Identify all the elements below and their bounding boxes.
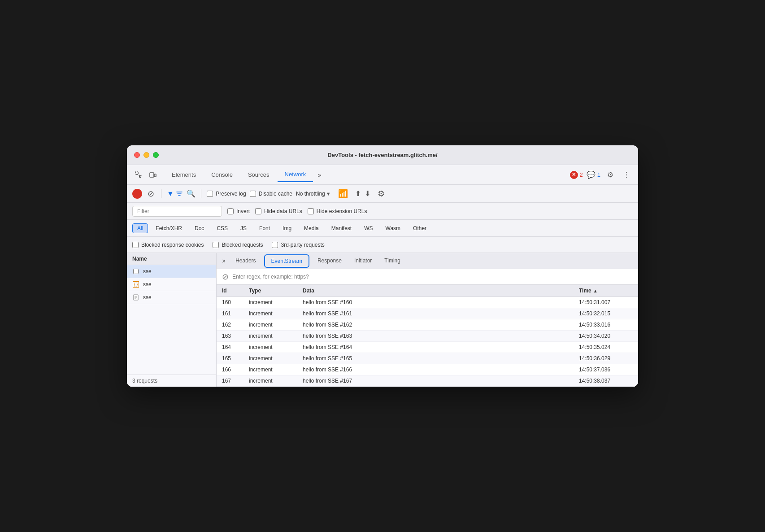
close-button[interactable] [134,152,140,158]
event-table: Id Type Data Time ▲ 160 increment hello … [217,285,638,387]
tab-network[interactable]: Network [278,167,313,182]
event-row-0[interactable]: 160 increment hello from SSE #160 14:50:… [217,297,638,308]
tab-elements[interactable]: Elements [165,168,203,182]
cell-type-2: increment [249,322,303,328]
type-filter-js[interactable]: JS [235,223,252,233]
error-circle-icon: ✕ [570,171,578,179]
event-row-3[interactable]: 163 increment hello from SSE #163 14:50:… [217,331,638,342]
event-row-6[interactable]: 166 increment hello from SSE #166 14:50:… [217,364,638,375]
minimize-button[interactable] [143,152,149,158]
blocked-cookies-checkbox[interactable]: Blocked response cookies [132,242,204,248]
filter-icon[interactable]: ▼ [167,190,183,198]
tab-response[interactable]: Response [311,255,348,267]
event-row-2[interactable]: 162 increment hello from SSE #162 14:50:… [217,319,638,331]
request-item-2[interactable]: sse [127,291,216,304]
close-detail-button[interactable]: × [222,257,226,265]
disable-cache-input[interactable] [250,191,256,197]
tab-headers[interactable]: Headers [229,255,262,267]
event-row-4[interactable]: 164 increment hello from SSE #164 14:50:… [217,342,638,353]
request-name-0: sse [143,268,152,275]
ban-icon: ⊘ [222,272,229,282]
type-filter-doc[interactable]: Doc [190,223,209,233]
preserve-log-input[interactable] [207,191,213,197]
type-filter-font[interactable]: Font [254,223,275,233]
type-filter-img[interactable]: Img [278,223,296,233]
cell-time-0: 14:50:31.007 [579,299,633,305]
cell-id-2: 162 [222,322,249,328]
type-filter-wasm[interactable]: Wasm [381,223,406,233]
request-name-2: sse [143,294,152,301]
network-toolbar: ⊘ ▼ 🔍 Preserve log Disable cache No thro… [127,185,638,203]
event-row-5[interactable]: 165 increment hello from SSE #165 14:50:… [217,353,638,364]
filter-input[interactable] [132,206,222,217]
cell-id-6: 166 [222,366,249,373]
request-area: Name sse { } sse [127,253,638,387]
cell-data-3: hello from SSE #163 [303,333,579,339]
tab-sources[interactable]: Sources [241,168,277,182]
type-filter-ws[interactable]: WS [359,223,378,233]
hide-data-urls-input[interactable] [255,208,261,214]
sort-arrow-icon[interactable]: ▲ [593,288,598,293]
hide-extension-urls-input[interactable] [308,208,314,214]
record-button[interactable] [132,189,142,199]
type-filter-media[interactable]: Media [299,223,324,233]
detail-pane: × Headers EventStream Response Initiator… [217,253,638,387]
regex-input[interactable] [232,274,633,280]
request-list-header: Name [127,253,216,265]
cell-time-3: 14:50:34.020 [579,333,633,339]
doc-icon [132,294,139,301]
search-icon[interactable]: 🔍 [187,189,196,198]
type-filter-manifest[interactable]: Manifest [326,223,356,233]
clear-button[interactable]: ⊘ [146,189,156,199]
cell-time-7: 14:50:38.037 [579,378,633,384]
message-icon: 💬 [587,170,595,179]
type-filter-other[interactable]: Other [408,223,431,233]
hide-extension-urls-checkbox[interactable]: Hide extension URLs [308,208,367,214]
event-row-1[interactable]: 161 increment hello from SSE #161 14:50:… [217,308,638,319]
tab-eventstream[interactable]: EventStream [264,254,309,268]
hide-data-urls-checkbox[interactable]: Hide data URLs [255,208,302,214]
wifi-icon: 📶 [338,189,348,199]
throttle-label: No throttling [296,191,325,197]
type-filter-all[interactable]: All [132,223,148,233]
cell-data-7: hello from SSE #167 [303,378,579,384]
invert-checkbox[interactable]: Invert [227,208,250,214]
divider2 [201,189,201,198]
detail-tabs: × Headers EventStream Response Initiator… [217,253,638,269]
cell-data-2: hello from SSE #162 [303,322,579,328]
error-badge[interactable]: ✕ 2 [570,171,583,179]
third-party-input[interactable] [272,242,278,248]
third-party-checkbox[interactable]: 3rd-party requests [272,242,324,248]
cell-id-5: 165 [222,355,249,362]
type-filter-css[interactable]: CSS [212,223,233,233]
blocked-requests-input[interactable] [213,242,219,248]
preserve-log-checkbox[interactable]: Preserve log [207,191,246,197]
maximize-button[interactable] [153,152,159,158]
request-item-1[interactable]: { } sse [127,278,216,291]
tab-initiator[interactable]: Initiator [348,255,378,267]
request-checkbox-0[interactable] [133,269,139,274]
cell-type-3: increment [249,333,303,339]
message-badge[interactable]: 💬 1 [587,170,600,179]
device-toolbar-icon[interactable] [147,169,159,181]
type-filter-fetch-xhr[interactable]: Fetch/XHR [151,223,187,233]
more-options-icon[interactable]: ⋮ [620,169,633,181]
throttle-selector[interactable]: No throttling ▼ [296,191,331,197]
request-item-0[interactable]: sse [127,265,216,278]
blocked-cookies-input[interactable] [132,242,139,248]
upload-icon[interactable]: ⬆ [355,189,361,198]
invert-input[interactable] [227,208,234,214]
blocked-requests-label: Blocked requests [222,242,263,248]
disable-cache-checkbox[interactable]: Disable cache [250,191,292,197]
tab-console[interactable]: Console [204,168,240,182]
settings-gear-icon[interactable]: ⚙ [604,169,617,181]
orange-bracket-icon: { } [133,281,139,288]
tab-timing[interactable]: Timing [378,255,407,267]
download-icon[interactable]: ⬇ [365,189,370,198]
event-row-7[interactable]: 167 increment hello from SSE #167 14:50:… [217,375,638,387]
select-element-icon[interactable] [132,169,145,181]
network-settings-icon[interactable]: ⚙ [378,189,385,199]
hide-data-urls-label: Hide data URLs [264,208,302,214]
blocked-requests-checkbox[interactable]: Blocked requests [213,242,263,248]
more-tabs-button[interactable]: » [314,170,325,180]
